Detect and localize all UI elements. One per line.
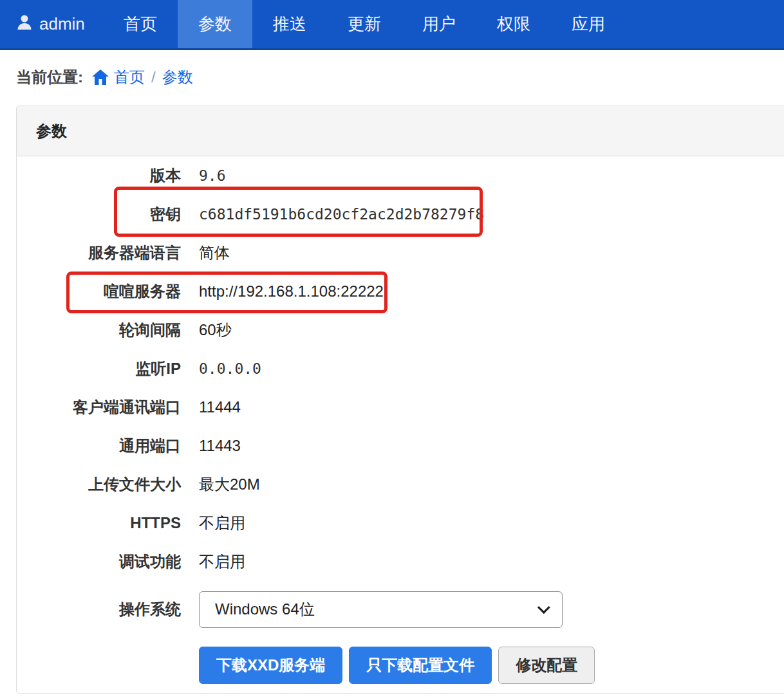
row-value: 9.6 bbox=[199, 167, 226, 184]
nav-tab-update[interactable]: 更新 bbox=[327, 0, 402, 48]
row-os: 操作系统 Windows 64位 bbox=[17, 581, 784, 638]
download-xxd-server-button[interactable]: 下载XXD服务端 bbox=[199, 647, 342, 684]
breadcrumb: 当前位置: 首页 / 参数 bbox=[0, 64, 784, 90]
row-label: 操作系统 bbox=[17, 599, 181, 620]
row-poll-interval: 轮询间隔 60秒 bbox=[17, 311, 784, 349]
row-debug: 调试功能 不启用 bbox=[17, 542, 784, 581]
os-select-value: Windows 64位 bbox=[215, 599, 537, 620]
breadcrumb-current-link[interactable]: 参数 bbox=[162, 67, 193, 88]
modify-config-button[interactable]: 修改配置 bbox=[498, 647, 595, 684]
nav-tab-users[interactable]: 用户 bbox=[402, 0, 476, 48]
row-value: 简体 bbox=[199, 243, 230, 263]
row-label: 服务器端语言 bbox=[17, 243, 181, 263]
params-panel: 参数 版本 9.6 密钥 c681df5191b6cd20cf2ac2d2b78… bbox=[16, 106, 784, 694]
row-value: http://192.168.1.108:22222 bbox=[199, 282, 384, 300]
row-label: 轮询间隔 bbox=[17, 320, 181, 340]
breadcrumb-home-link[interactable]: 首页 bbox=[114, 67, 145, 88]
row-common-port: 通用端口 11443 bbox=[17, 427, 784, 465]
nav-user[interactable]: admin bbox=[0, 0, 103, 48]
row-xuanxuan-server: 喧喧服务器 http://192.168.1.108:22222 bbox=[17, 272, 784, 311]
home-icon[interactable] bbox=[92, 69, 109, 85]
nav-user-label: admin bbox=[39, 14, 85, 34]
panel-header: 参数 bbox=[17, 106, 784, 156]
user-icon bbox=[16, 14, 39, 35]
row-value: 不启用 bbox=[199, 513, 245, 533]
row-value: 0.0.0.0 bbox=[199, 360, 261, 377]
page: admin 首页 参数 推送 更新 用户 权限 应用 当前位置: 首页 / 参数… bbox=[0, 0, 784, 700]
nav-tab-apps[interactable]: 应用 bbox=[551, 0, 626, 48]
nav-tab-home[interactable]: 首页 bbox=[103, 0, 178, 48]
chevron-down-icon bbox=[537, 601, 550, 614]
row-label: 上传文件大小 bbox=[17, 474, 181, 495]
panel-body: 版本 9.6 密钥 c681df5191b6cd20cf2ac2d2b78279… bbox=[17, 156, 784, 693]
row-version: 版本 9.6 bbox=[17, 156, 784, 195]
row-label: 调试功能 bbox=[17, 551, 181, 572]
os-select[interactable]: Windows 64位 bbox=[199, 591, 563, 628]
breadcrumb-prefix: 当前位置: bbox=[16, 67, 83, 88]
row-secret-key: 密钥 c681df5191b6cd20cf2ac2d2b78279f8 bbox=[17, 195, 784, 234]
button-row: 下载XXD服务端 只下载配置文件 修改配置 bbox=[199, 647, 784, 684]
row-label: 版本 bbox=[17, 165, 181, 186]
nav-tab-push[interactable]: 推送 bbox=[252, 0, 327, 48]
row-https: HTTPS 不启用 bbox=[17, 504, 784, 542]
row-label: 通用端口 bbox=[17, 436, 181, 456]
nav-tab-permissions[interactable]: 权限 bbox=[476, 0, 551, 48]
row-upload-size: 上传文件大小 最大20M bbox=[17, 465, 784, 504]
row-label: 客户端通讯端口 bbox=[17, 397, 181, 418]
row-client-port: 客户端通讯端口 11444 bbox=[17, 388, 784, 427]
panel-title: 参数 bbox=[36, 121, 67, 142]
row-value: c681df5191b6cd20cf2ac2d2b78279f8 bbox=[199, 206, 484, 223]
row-label: 密钥 bbox=[17, 204, 181, 225]
nav-tab-params[interactable]: 参数 bbox=[178, 0, 252, 48]
row-value: 11443 bbox=[199, 437, 241, 455]
row-label: HTTPS bbox=[17, 514, 181, 532]
row-value: 最大20M bbox=[199, 474, 260, 495]
breadcrumb-separator: / bbox=[151, 68, 156, 86]
row-label: 喧喧服务器 bbox=[17, 281, 181, 302]
row-server-language: 服务器端语言 简体 bbox=[17, 234, 784, 272]
download-config-only-button[interactable]: 只下载配置文件 bbox=[349, 647, 492, 684]
row-listen-ip: 监听IP 0.0.0.0 bbox=[17, 349, 784, 388]
row-value: 不启用 bbox=[199, 551, 245, 572]
row-value: 11444 bbox=[199, 398, 241, 416]
top-navbar: admin 首页 参数 推送 更新 用户 权限 应用 bbox=[0, 0, 784, 50]
row-label: 监听IP bbox=[17, 358, 181, 379]
row-value: 60秒 bbox=[199, 320, 232, 340]
